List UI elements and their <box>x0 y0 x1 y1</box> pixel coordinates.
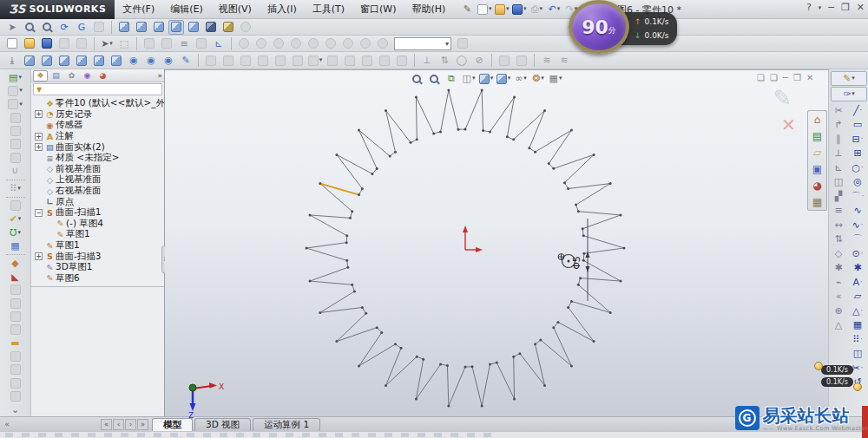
sketch-tool-icon-0[interactable]: ✂ <box>830 103 847 118</box>
collapse-icon[interactable]: « <box>0 420 14 428</box>
tool-icon[interactable] <box>271 36 286 51</box>
dropdown-caret-icon[interactable]: ▾ <box>109 41 113 47</box>
sketch-edit-icon[interactable]: ✎ <box>178 53 194 68</box>
smart-dimension-button[interactable]: ✑▾ <box>831 87 867 101</box>
sketch-tool-icon-9[interactable]: ⌒ <box>849 232 866 247</box>
zoom-area-icon[interactable] <box>426 71 442 86</box>
tool-icon[interactable] <box>273 53 288 68</box>
tool-icon[interactable] <box>306 36 321 51</box>
sketch-tool-icon-4[interactable]: ⊾ <box>830 160 847 175</box>
dropdown-caret-icon[interactable]: ▾ <box>489 6 492 12</box>
tool-icon[interactable] <box>91 53 107 68</box>
view-rendered-icon[interactable] <box>220 20 236 35</box>
box-select-icon[interactable]: ⬚ <box>116 36 132 51</box>
tool-icon[interactable]: ◯ <box>454 53 470 68</box>
tool-icon[interactable] <box>375 36 391 51</box>
picture-icon[interactable]: ▦ <box>4 239 27 252</box>
sketch-tool-icon-17[interactable]: ◫ <box>849 347 866 362</box>
tree-filter-input[interactable]: ▼ <box>33 83 162 95</box>
tool-icon[interactable] <box>91 20 107 35</box>
dropdown-caret-icon[interactable]: ▾ <box>17 186 21 192</box>
save-icon[interactable]: ▾ <box>511 2 527 16</box>
axis-icon[interactable]: ⤓ <box>4 53 20 68</box>
sketch-tool-icon-2[interactable]: ∥ <box>830 132 847 147</box>
dropdown-caret-icon[interactable]: ▾ <box>18 216 22 222</box>
new-file-icon[interactable] <box>4 36 20 51</box>
shell-icon[interactable]: ▬ <box>4 337 27 350</box>
view-shadow-icon[interactable] <box>203 20 219 35</box>
tool-icon[interactable]: ⊘ <box>471 53 487 68</box>
tool-icon[interactable] <box>4 376 27 389</box>
tool-icon[interactable] <box>358 36 373 51</box>
tool-icon[interactable] <box>340 36 356 51</box>
tool-icon[interactable] <box>22 53 37 68</box>
tool-icon[interactable] <box>39 53 55 68</box>
sketch-tool-icon-14[interactable]: △· <box>849 304 866 318</box>
tool-icon[interactable] <box>236 36 252 51</box>
tree-item-11[interactable]: ✎(-) 草图4 <box>31 219 164 230</box>
tab-scroll-0[interactable]: « <box>101 419 112 430</box>
dropdown-caret-icon[interactable]: ▾ <box>523 6 527 12</box>
tab-2[interactable]: 运动算例 1 <box>253 418 320 431</box>
tree-item-14[interactable]: +S曲面-扫描3 <box>31 251 164 262</box>
dropdown-caret-icon[interactable]: ▾ <box>559 75 562 82</box>
tool-icon[interactable]: ▾ <box>4 84 27 97</box>
tool-icon[interactable]: ▾ <box>307 53 323 68</box>
home-icon[interactable]: ⌂ <box>808 111 826 127</box>
close-button[interactable]: ✕ <box>857 2 865 13</box>
custom-properties-icon[interactable]: ▦ <box>808 193 826 210</box>
doc-minimize-icon[interactable]: ─ <box>783 73 788 82</box>
select-icon[interactable]: ➤ <box>4 20 20 35</box>
dropdown-caret-icon[interactable]: ▾ <box>490 75 494 82</box>
zoom-out-icon[interactable] <box>22 20 37 35</box>
dropdown-caret-icon[interactable]: ▾ <box>319 57 323 63</box>
tool-icon[interactable] <box>4 350 27 363</box>
view-orientation-icon[interactable]: ▾ <box>478 71 494 86</box>
sketch-tool-icon-3[interactable]: ⟂ <box>830 147 847 161</box>
tab-appearances[interactable]: ◕ <box>95 70 110 82</box>
boss-icon[interactable]: ◆ <box>4 257 27 270</box>
tool-icon[interactable] <box>359 53 375 68</box>
tool-icon[interactable] <box>288 36 304 51</box>
doc-restore-icon[interactable]: ❏ <box>757 73 765 82</box>
sketch-tool-icon-5[interactable]: ◫ <box>830 175 847 190</box>
tool-icon[interactable]: ⟂ <box>419 53 435 68</box>
sphere-view-icon[interactable]: ◉ <box>161 53 176 68</box>
menu-5[interactable]: 窗口(W) <box>352 0 404 19</box>
section-view-icon[interactable]: ⧉ <box>444 71 459 86</box>
tool-icon[interactable]: ⇅ <box>437 53 452 68</box>
tool-icon[interactable] <box>203 53 219 68</box>
tool-icon[interactable] <box>238 20 253 35</box>
view-hidden-icon[interactable] <box>134 20 149 35</box>
zoom-in-icon[interactable] <box>39 20 55 35</box>
tool-icon[interactable] <box>253 36 269 51</box>
tool-icon[interactable] <box>4 124 27 137</box>
zoom-fit-icon[interactable] <box>409 71 424 86</box>
score-gauge[interactable]: 90 分 <box>569 0 629 54</box>
tool-icon[interactable]: ≋ <box>556 53 572 68</box>
sketch-tool-icon-15[interactable]: △ <box>830 318 847 333</box>
tool-icon[interactable] <box>56 36 72 51</box>
tree-item-5[interactable]: ≡材质 <未指定> <box>31 153 164 164</box>
cut-icon[interactable]: ◣ <box>4 270 27 283</box>
tree-item-15[interactable]: ✎3D草图1 <box>31 262 164 273</box>
design-library-icon[interactable]: ▤ <box>808 127 826 144</box>
dropdown-caret-icon[interactable]: ▾ <box>540 6 543 12</box>
sketch-tool-icon-3[interactable]: ⊞ <box>849 147 866 161</box>
view-wireframe-icon[interactable] <box>116 20 132 35</box>
scene-icon[interactable]: ▦▾ <box>548 71 563 86</box>
tab-dimxpert[interactable]: ◉ <box>80 70 95 82</box>
tool-icon[interactable] <box>377 53 392 68</box>
measure-icon[interactable]: ⊾ <box>211 36 227 51</box>
sheet-icon[interactable]: ▤▾ <box>4 71 27 84</box>
pattern-icon[interactable]: ⠿▾ <box>4 182 27 195</box>
previous-view-icon[interactable]: ◫▾ <box>461 71 477 86</box>
expand-toggle-icon[interactable]: + <box>35 252 43 260</box>
tool-icon[interactable] <box>74 36 89 51</box>
sketch-tool-icon-14[interactable]: ⊕ <box>830 304 847 318</box>
appearances-scenes-icon[interactable]: ◕ <box>808 177 826 193</box>
expand-toggle-icon[interactable]: + <box>35 133 43 141</box>
display-style-icon[interactable]: ▾ <box>496 71 511 86</box>
tool-icon[interactable] <box>108 53 124 68</box>
print-icon[interactable]: ⎙▾ <box>529 2 544 16</box>
